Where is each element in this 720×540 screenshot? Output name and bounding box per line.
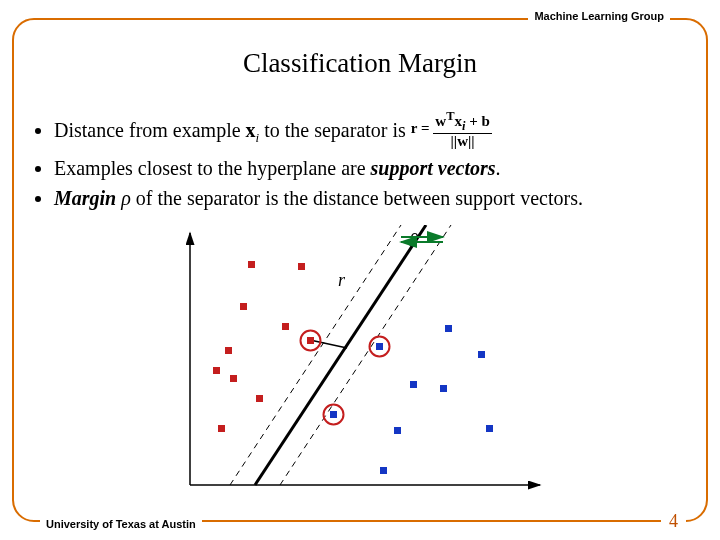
margin-diagram (170, 225, 550, 495)
bullet-list: Distance from example xi to the separato… (34, 112, 692, 214)
svg-rect-18 (376, 343, 383, 350)
right-class-points (380, 325, 493, 474)
bullet-3: Margin ρ of the separator is the distanc… (54, 184, 692, 212)
svg-rect-10 (478, 351, 485, 358)
bullet-3-term: Margin (54, 187, 116, 209)
svg-rect-2 (240, 303, 247, 310)
support-vectors (301, 331, 390, 425)
svg-rect-7 (256, 395, 263, 402)
svg-rect-1 (298, 263, 305, 270)
footer-org: University of Texas at Austin (40, 518, 202, 530)
svg-rect-5 (213, 367, 220, 374)
svg-rect-0 (248, 261, 255, 268)
bullet-2: Examples closest to the hyperplane are s… (54, 154, 692, 182)
bullet-1-text-a: Distance from example (54, 119, 246, 141)
formula-fraction: wTxi + b ||w|| (433, 110, 492, 150)
formula-num: wTxi + b (433, 110, 492, 134)
svg-rect-3 (282, 323, 289, 330)
bullet-1-var: x (246, 119, 256, 141)
formula-den: ||w|| (433, 134, 492, 150)
svg-rect-12 (440, 385, 447, 392)
bullet-2-text-b: . (496, 157, 501, 179)
formula-lhs: r = (411, 120, 430, 136)
header-group-label: Machine Learning Group (528, 10, 670, 22)
svg-rect-11 (410, 381, 417, 388)
bullet-1: Distance from example xi to the separato… (54, 112, 692, 152)
page-number: 4 (661, 511, 686, 532)
svg-rect-14 (486, 425, 493, 432)
svg-rect-20 (330, 411, 337, 418)
svg-rect-15 (380, 467, 387, 474)
svg-rect-4 (225, 347, 232, 354)
bullet-1-text-b: to the separator is (259, 119, 411, 141)
separator-line (255, 225, 426, 485)
svg-rect-8 (218, 425, 225, 432)
slide-title: Classification Margin (0, 48, 720, 79)
r-segment (310, 340, 347, 348)
svg-rect-9 (445, 325, 452, 332)
distance-formula: r = wTxi + b ||w|| (411, 110, 492, 150)
bullet-2-term: support vectors (371, 157, 496, 179)
bullet-3-text: of the separator is the distance between… (136, 187, 583, 209)
margin-line-right (280, 225, 451, 485)
bullet-2-text-a: Examples closest to the hyperplane are (54, 157, 371, 179)
svg-rect-6 (230, 375, 237, 382)
svg-rect-13 (394, 427, 401, 434)
bullet-3-rho: ρ (116, 187, 136, 209)
left-class-points (213, 261, 305, 432)
svg-rect-16 (307, 337, 314, 344)
